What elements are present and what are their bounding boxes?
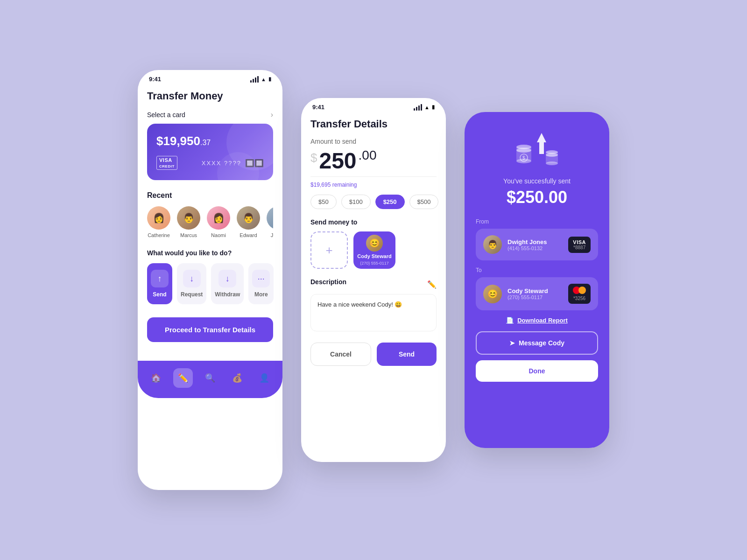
send-button[interactable]: Send bbox=[377, 343, 437, 366]
sender-name: Dwight Jones bbox=[507, 238, 563, 245]
send-to-label: Send money to bbox=[310, 218, 437, 226]
card-balance: $19,950.37 bbox=[156, 134, 264, 148]
recipient-card[interactable]: 😊 Cody Steward (270) 555-0117 bbox=[353, 231, 395, 269]
recipient-name: Cody Steward bbox=[357, 253, 391, 259]
credit-card[interactable]: $19,950.37 VISACREDIT XXXX ???? 🔲🔲 bbox=[147, 124, 273, 180]
nav-wallet[interactable]: 💰 bbox=[227, 368, 247, 388]
recent-contacts-list: 👩 Catherine 👨 Marcus 👩 Naomi 👨 Edward 👨 … bbox=[147, 206, 273, 238]
list-item[interactable]: 👨 Marcus bbox=[177, 206, 200, 238]
add-recipient-button[interactable]: + bbox=[310, 231, 348, 269]
more-label: More bbox=[254, 291, 268, 298]
battery-icon-2: ▮ bbox=[432, 104, 435, 110]
status-bar-1: 9:41 ▲ ▮ bbox=[138, 70, 282, 85]
select-card-row[interactable]: Select a card › bbox=[147, 111, 273, 119]
to-label: To bbox=[476, 267, 598, 273]
description-row: Description ✏️ bbox=[310, 278, 437, 290]
receiver-card-number: *3256 bbox=[573, 296, 586, 301]
status-bar-2: 9:41 ▲ ▮ bbox=[301, 98, 446, 113]
phone2-content: Transfer Details Amount to send $ 250 .0… bbox=[301, 113, 446, 375]
recent-title: Recent bbox=[147, 191, 273, 200]
receiver-name: Cody Steward bbox=[507, 287, 563, 294]
status-icons-1: ▲ ▮ bbox=[250, 76, 271, 83]
phone-transfer-money: 9:41 ▲ ▮ Transfer Money Select a card › … bbox=[138, 70, 282, 490]
status-icons-2: ▲ ▮ bbox=[414, 104, 435, 111]
battery-icon: ▮ bbox=[268, 76, 271, 82]
svg-point-12 bbox=[546, 150, 558, 154]
request-label: Request bbox=[181, 291, 203, 298]
description-label: Description bbox=[310, 278, 346, 286]
nav-search[interactable]: 🔍 bbox=[200, 368, 220, 388]
page-title-1: Transfer Money bbox=[147, 90, 273, 102]
visa-label: VISACREDIT bbox=[156, 156, 177, 170]
receiver-avatar: 😊 bbox=[483, 285, 502, 303]
amount-display: $ 250 .00 bbox=[310, 148, 437, 174]
amount-label: Amount to send bbox=[310, 138, 437, 145]
card-footer: VISACREDIT XXXX ???? 🔲🔲 bbox=[156, 156, 264, 170]
bottom-nav: 🏠 ✏️ 🔍 💰 👤 bbox=[138, 361, 282, 398]
cancel-button[interactable]: Cancel bbox=[310, 343, 371, 366]
more-action-button[interactable]: ··· More bbox=[248, 263, 274, 304]
withdraw-label: Withdraw bbox=[215, 291, 240, 298]
receiver-phone: (270) 555-0117 bbox=[507, 294, 563, 300]
page-title-2: Transfer Details bbox=[310, 118, 437, 130]
description-input[interactable]: Have a nice weekend Cody! 😀 bbox=[310, 294, 437, 331]
request-action-button[interactable]: ↓ Request bbox=[177, 263, 206, 304]
sender-card-badge: VISA *8887 bbox=[568, 237, 591, 253]
avatar: 👨 bbox=[237, 206, 260, 230]
avatar: 👨 bbox=[267, 206, 273, 230]
sender-card: 👨 Dwight Jones (414) 555-0132 VISA *8887 bbox=[476, 229, 598, 260]
success-label: You've succesfully sent bbox=[476, 177, 598, 185]
list-item[interactable]: 👩 Naomi bbox=[207, 206, 230, 238]
list-item[interactable]: 👨 James bbox=[267, 206, 273, 238]
phone1-content: Transfer Money Select a card › $19,950.3… bbox=[138, 85, 282, 361]
svg-point-5 bbox=[516, 145, 531, 149]
send-label: Send bbox=[153, 291, 166, 298]
nav-profile[interactable]: 👤 bbox=[254, 368, 274, 388]
edit-description-icon[interactable]: ✏️ bbox=[427, 280, 437, 289]
signal-icon bbox=[250, 76, 259, 83]
success-illustration: $ bbox=[476, 126, 598, 168]
phone-success: $ You've succesfully sent $250.00 From 👨… bbox=[465, 112, 609, 448]
chip-50[interactable]: $50 bbox=[310, 195, 337, 209]
signal-icon-2 bbox=[414, 104, 422, 111]
contact-name: Edward bbox=[240, 232, 257, 238]
contact-name: James bbox=[271, 232, 273, 238]
list-item[interactable]: 👩 Catherine bbox=[147, 206, 170, 238]
download-report-button[interactable]: 📄 Download Report bbox=[476, 317, 598, 324]
p2-action-buttons: Cancel Send bbox=[310, 343, 437, 366]
chip-250[interactable]: $250 bbox=[375, 195, 405, 209]
message-cody-button[interactable]: ➤ Message Cody bbox=[476, 331, 598, 355]
time-2: 9:41 bbox=[312, 104, 324, 111]
withdraw-action-button[interactable]: ↓ Withdraw bbox=[211, 263, 244, 304]
time-1: 9:41 bbox=[149, 76, 161, 83]
send-action-button[interactable]: ↑ Send bbox=[147, 263, 172, 304]
svg-text:$: $ bbox=[522, 155, 525, 161]
nav-transfer[interactable]: ✏️ bbox=[173, 368, 193, 388]
phone-transfer-details: 9:41 ▲ ▮ Transfer Details Amount to send… bbox=[301, 98, 446, 462]
wifi-icon: ▲ bbox=[261, 77, 266, 82]
sender-avatar: 👨 bbox=[483, 235, 502, 254]
avatar: 👩 bbox=[207, 206, 230, 230]
chevron-right-icon[interactable]: › bbox=[271, 111, 273, 119]
card-number: XXXX ???? bbox=[202, 160, 241, 167]
proceed-button[interactable]: Proceed to Transfer Details bbox=[147, 317, 273, 342]
chip-100[interactable]: $100 bbox=[341, 195, 371, 209]
list-item[interactable]: 👨 Edward bbox=[237, 206, 260, 238]
nav-home[interactable]: 🏠 bbox=[146, 368, 166, 388]
recipients-row: + 😊 Cody Steward (270) 555-0117 bbox=[310, 231, 437, 269]
request-icon: ↓ bbox=[183, 270, 201, 287]
success-screen: $ You've succesfully sent $250.00 From 👨… bbox=[465, 112, 609, 393]
sender-phone: (414) 555-0132 bbox=[507, 245, 563, 251]
select-card-label: Select a card bbox=[147, 111, 185, 119]
recipient-avatar: 😊 bbox=[366, 235, 383, 252]
sender-card-brand: VISA bbox=[573, 239, 586, 245]
success-amount: $250.00 bbox=[476, 188, 598, 207]
amount-divider bbox=[310, 176, 437, 177]
message-icon: ➤ bbox=[509, 339, 515, 347]
amount-chips: $50 $100 $250 $500 bbox=[310, 195, 437, 209]
done-button[interactable]: Done bbox=[476, 360, 598, 382]
dollar-sign: $ bbox=[310, 151, 317, 165]
wifi-icon-2: ▲ bbox=[424, 105, 430, 110]
chip-500[interactable]: $500 bbox=[409, 195, 439, 209]
amount-value: 250 bbox=[319, 148, 356, 174]
